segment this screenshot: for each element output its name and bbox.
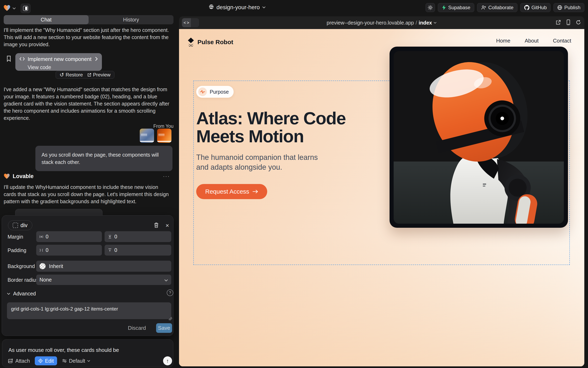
- preview-panel: < > preview--design-your-hero.lovable.ap…: [179, 16, 584, 366]
- assistant-message: I'll update the WhyHumanoid component to…: [4, 184, 171, 205]
- globe-icon: [209, 4, 214, 11]
- attach-button[interactable]: Attach: [8, 358, 30, 364]
- publish-globe-icon: [557, 5, 562, 10]
- view-code-link[interactable]: View code: [28, 64, 98, 70]
- hero-subtitle: The humanoid companion that learns and a…: [196, 153, 327, 172]
- chat-history-tabs: Chat History: [4, 15, 173, 24]
- pulse-robot-logo-icon: [187, 38, 195, 47]
- preview-toolbar: < > preview--design-your-hero.lovable.ap…: [179, 16, 584, 29]
- from-you-label: From You: [0, 123, 173, 129]
- margin-horizontal-icon: [39, 235, 43, 239]
- hero-heading: Atlas: Where Code Meets Motion: [196, 109, 380, 145]
- chevron-down-icon: [164, 277, 168, 283]
- user-message-bubble: As you scroll down the page, these compo…: [35, 146, 172, 171]
- selected-element-tag: div: [20, 222, 28, 229]
- transparent-swatch: [39, 263, 46, 269]
- supabase-icon: [442, 5, 446, 10]
- project-switcher[interactable]: design-your-hero: [209, 0, 266, 15]
- restore-icon: ↺: [59, 72, 64, 77]
- nav-link-about[interactable]: About: [525, 38, 539, 44]
- send-button[interactable]: ↑: [163, 356, 172, 365]
- composer-input[interactable]: As user mouse roll over, these cards sho…: [8, 347, 119, 353]
- advanced-classes-textarea[interactable]: grid grid-cols-1 lg:grid-cols-2 gap-12 i…: [7, 302, 171, 319]
- dashed-box-icon: [13, 223, 18, 228]
- robot-image: [394, 51, 564, 224]
- discard-button[interactable]: Discard: [128, 323, 146, 333]
- nav-link-home[interactable]: Home: [496, 38, 510, 44]
- settings-button[interactable]: [426, 3, 435, 12]
- restore-button[interactable]: ↺ Restore: [59, 72, 83, 78]
- restore-preview-toolbar: ↺ Restore Preview: [56, 71, 114, 79]
- chevron-down-icon: [262, 6, 266, 8]
- open-in-new-tab-button[interactable]: [556, 20, 561, 26]
- publish-button[interactable]: Publish: [553, 3, 584, 12]
- hero-content: Purpose Atlas: Where Code Meets Motion T…: [196, 86, 380, 199]
- site-brand-name: Pulse Robot: [198, 39, 233, 46]
- hero-robot-card: [389, 47, 568, 228]
- preview-button[interactable]: Preview: [87, 72, 111, 78]
- chevron-down-icon: [434, 22, 436, 24]
- arrow-right-icon: [252, 190, 258, 193]
- mobile-view-button[interactable]: [566, 19, 570, 26]
- message-menu-button[interactable]: ···: [163, 173, 170, 180]
- border-radius-label: Border radius: [8, 277, 38, 283]
- delete-element-button[interactable]: [154, 222, 159, 229]
- site-logo[interactable]: Pulse Robot: [187, 38, 233, 47]
- refresh-button[interactable]: [576, 20, 581, 26]
- github-button[interactable]: GitHub: [520, 3, 551, 12]
- chevron-down-icon: [7, 293, 10, 295]
- edit-mode-button[interactable]: Edit: [35, 356, 57, 365]
- collaborate-button[interactable]: Collaborate: [477, 3, 517, 12]
- supabase-button[interactable]: Supabase: [438, 3, 474, 12]
- padding-horizontal-icon: [39, 248, 43, 252]
- pulse-icon: [198, 88, 207, 96]
- app-window: design-your-hero Supabase: [0, 0, 588, 368]
- github-icon: [524, 5, 530, 10]
- chat-composer[interactable]: As user mouse roll over, these cards sho…: [2, 339, 173, 367]
- save-button[interactable]: Save: [156, 323, 172, 333]
- assistant-message: I'll implement the "Why Humanoid" sectio…: [4, 27, 171, 48]
- website-preview: Pulse Robot Home About Contact Purpose A…: [179, 29, 584, 366]
- padding-x-input[interactable]: 0: [36, 245, 102, 256]
- component-version-card[interactable]: Implement new component View code: [15, 53, 102, 71]
- chevron-right-icon: [95, 57, 98, 62]
- tab-chat[interactable]: Chat: [4, 15, 89, 24]
- padding-y-input[interactable]: 0: [104, 245, 171, 256]
- border-radius-select[interactable]: None: [36, 275, 171, 285]
- padding-label: Padding: [8, 247, 26, 253]
- nav-link-contact[interactable]: Contact: [553, 38, 571, 44]
- preview-url-bar[interactable]: preview--design-your-hero.lovable.app / …: [179, 16, 584, 29]
- lovable-heart-logo[interactable]: [3, 5, 10, 12]
- padding-vertical-icon: [108, 248, 112, 252]
- gear-icon: [427, 5, 433, 10]
- attachment-thumbnail[interactable]: [140, 129, 154, 143]
- assistant-header: Lovable ···: [4, 173, 170, 180]
- resize-handle[interactable]: [169, 317, 172, 320]
- background-input[interactable]: Inherit: [36, 261, 171, 272]
- assistant-message: I've added a new "Why Humanoid" section …: [4, 86, 171, 122]
- preview-page: index: [419, 20, 432, 26]
- margin-x-input[interactable]: 0: [36, 231, 102, 242]
- element-inspector-panel: div × Margin 0 0 Padding 0: [2, 215, 173, 336]
- code-icon: [19, 57, 25, 62]
- collaborate-icon: [481, 5, 486, 10]
- margin-y-input[interactable]: 0: [104, 231, 171, 242]
- chevron-down-icon[interactable]: [12, 7, 16, 10]
- help-icon[interactable]: ?: [167, 289, 173, 296]
- component-card-title: Implement new component: [28, 56, 91, 62]
- model-mode-select[interactable]: Default: [62, 358, 90, 364]
- margin-vertical-icon: [108, 235, 112, 239]
- bookmark-icon[interactable]: [7, 55, 11, 63]
- advanced-section-toggle[interactable]: Advanced: [7, 291, 36, 297]
- close-icon[interactable]: ×: [166, 222, 169, 229]
- sidebar-toggle-button[interactable]: [21, 4, 30, 13]
- assistant-name: Lovable: [13, 173, 34, 180]
- top-bar: design-your-hero Supabase: [0, 0, 588, 15]
- site-navbar: Pulse Robot Home About Contact: [179, 29, 584, 54]
- project-name: design-your-hero: [217, 4, 260, 11]
- request-access-button[interactable]: Request Access: [196, 184, 267, 199]
- margin-label: Margin: [8, 234, 23, 240]
- attachment-thumbnail[interactable]: [157, 129, 171, 143]
- selected-element-pill[interactable]: div: [8, 221, 32, 230]
- tab-history[interactable]: History: [89, 15, 173, 24]
